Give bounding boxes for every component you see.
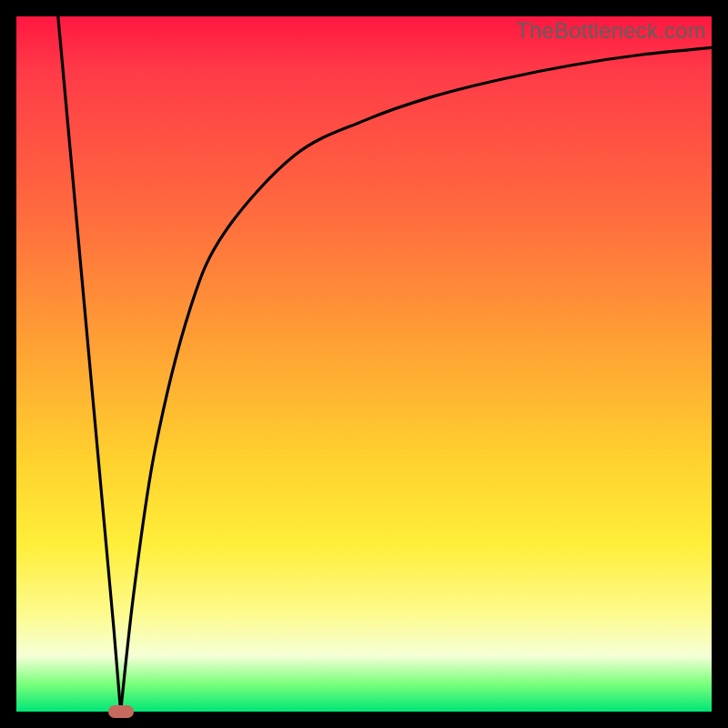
optimum-marker	[108, 705, 134, 718]
chart-gradient-background	[16, 16, 712, 712]
chart-frame: TheBottleneck.com	[16, 16, 712, 712]
watermark-text: TheBottleneck.com	[516, 18, 706, 44]
